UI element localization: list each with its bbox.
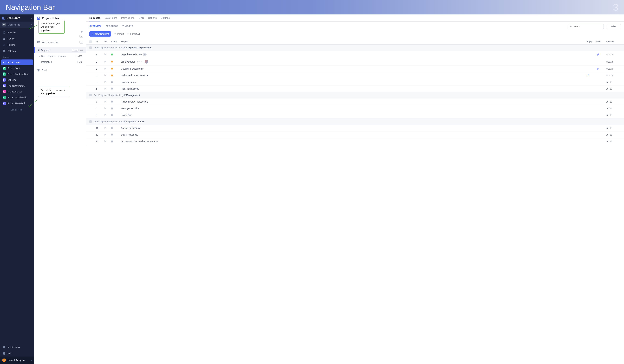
cell-updated: Jul 13	[606, 127, 621, 129]
nav-pipeline[interactable]: Pipeline	[0, 29, 34, 36]
arrow-icon	[28, 99, 37, 108]
all-requests[interactable]: All Requests 5/253 •••	[34, 47, 86, 53]
sidebar-room-item[interactable]: Project WeddingDay	[1, 71, 33, 77]
tree-item-integration[interactable]: ▸ Integration 4/71	[34, 59, 86, 65]
table-row[interactable]: 11 ⚑ Equity Issuances Jul 13	[86, 131, 624, 138]
table-row[interactable]: 7 ⚑ Related Party Transactions Jul 13	[86, 99, 624, 105]
table-row[interactable]: 6 ⚑ Past Transactions Jul 13	[86, 85, 624, 92]
table-row[interactable]: 9 ⚑ Board Bios Jul 13	[86, 112, 624, 118]
subtab-timeline[interactable]: TIMELINE	[123, 25, 133, 28]
status-dot	[111, 81, 113, 83]
filter-label: Need my review	[42, 41, 58, 44]
trash-link[interactable]: Trash	[34, 67, 86, 73]
group-checkbox[interactable]	[89, 94, 92, 96]
sidebar-room-item[interactable]: Project Simil	[1, 65, 33, 71]
sidebar-room-item[interactable]: Project Spruce	[1, 89, 33, 95]
cell-id: 4	[96, 74, 104, 77]
flag-icon[interactable]: ⚑	[104, 60, 111, 63]
group-checkbox[interactable]	[89, 47, 92, 49]
nav-help[interactable]: Help	[0, 350, 34, 357]
tab-okr[interactable]: OKR	[139, 16, 144, 22]
table-row[interactable]: 3 ⚑ Governing Documents Oct 26	[86, 65, 624, 72]
table-group-header[interactable]: Due Diligence Requests \Legal \Corporate…	[86, 45, 624, 51]
table-row[interactable]: 5 ⚑ Board Minutes Jul 13	[86, 79, 624, 85]
cell-id: 10	[96, 127, 104, 129]
add-list-button[interactable]: ⊕	[81, 30, 83, 33]
table-row[interactable]: 10 ⚑ Capitalization Table Jul 13	[86, 125, 624, 131]
table-row[interactable]: 1 ⚑ Organizational Chart JR Oct 20	[86, 51, 624, 58]
cell-reply	[587, 74, 596, 77]
tab-permissions[interactable]: Permissions	[121, 16, 134, 22]
collapse-sidebar-button[interactable]: «	[30, 17, 32, 19]
tab-requests[interactable]: Requests	[89, 16, 101, 22]
info-icon	[2, 352, 5, 355]
filter-button[interactable]: Filter	[607, 24, 621, 29]
subnav-row: OVERVIEWPROGRESSTIMELINE Filter	[86, 22, 624, 31]
select-all-checkbox[interactable]	[89, 40, 92, 43]
flag-icon[interactable]: ⚑	[104, 140, 111, 143]
nav-reports[interactable]: Reports	[0, 42, 34, 48]
table-group-header[interactable]: Due Diligence Requests \Legal \Capital S…	[86, 118, 624, 125]
flag-icon[interactable]: ⚑	[104, 87, 111, 90]
svg-rect-7	[3, 68, 5, 69]
sidebar-room-item[interactable]: Project Jules	[1, 59, 33, 65]
export-button[interactable]: Export All	[127, 33, 140, 35]
import-button[interactable]: Import	[114, 33, 124, 35]
flag-icon[interactable]: ⚑	[104, 53, 111, 56]
more-icon[interactable]: •••	[80, 49, 83, 52]
flag-icon[interactable]: ⚑	[104, 100, 111, 103]
status-dot	[111, 141, 113, 142]
calendar-plus-icon	[92, 33, 94, 35]
cell-id: 6	[96, 87, 104, 90]
nav-notifications[interactable]: Notifications	[0, 344, 34, 350]
tab-reports[interactable]: Reports	[148, 16, 157, 22]
bell-icon	[2, 346, 5, 349]
tree-item-due-diligence[interactable]: ▸ Due Diligence Requests 1/182	[34, 53, 86, 59]
trash-icon	[37, 69, 40, 72]
subtab-progress[interactable]: PROGRESS	[106, 25, 118, 28]
flag-icon[interactable]: ⚑	[104, 114, 111, 117]
table-row[interactable]: 4 ⚑ Authorized Jurisdictions ★ Oct 20	[86, 72, 624, 79]
flag-icon[interactable]: ⚑	[104, 127, 111, 130]
flag-icon[interactable]: ⚑	[104, 67, 111, 70]
paperclip-icon[interactable]	[596, 53, 606, 56]
search-input-wrapper[interactable]	[568, 24, 604, 29]
svg-rect-3	[4, 44, 4, 46]
svg-rect-22	[4, 353, 4, 354]
subtab-overview[interactable]: OVERVIEW	[89, 25, 102, 28]
cell-id: 11	[96, 133, 104, 136]
tab-settings[interactable]: Settings	[161, 16, 170, 22]
svg-line-24	[29, 25, 37, 29]
table-row[interactable]: 2 ⚑ Joint Ventures (Nov 30) Oct 18	[86, 58, 624, 65]
new-request-button[interactable]: New Request	[89, 31, 111, 37]
secondary-panel: Project Jules This is where you will see…	[34, 14, 86, 364]
room-label: Project NextMind	[7, 102, 25, 105]
request-title: Authorized Jurisdictions	[121, 74, 145, 77]
table-group-header[interactable]: Due Diligence Requests \Legal \Managemen…	[86, 92, 624, 99]
sidebar-room-item[interactable]: Sell Side	[1, 77, 33, 83]
caret-right-icon: ▸	[39, 61, 40, 63]
sidebar-room-item[interactable]: Project University	[1, 83, 33, 89]
room-label: Sell Side	[7, 79, 16, 81]
group-checkbox[interactable]	[89, 120, 92, 123]
panel-title: Project Jules	[42, 17, 59, 20]
col-pr: PR	[104, 40, 111, 43]
nav-people[interactable]: People	[0, 36, 34, 42]
paperclip-icon[interactable]	[596, 67, 606, 70]
table-row[interactable]: 12 ⚑ Options and Convertible Instruments…	[86, 138, 624, 145]
flag-icon[interactable]: ⚑	[104, 133, 111, 136]
filter-need-review[interactable]: Need my review 2	[34, 39, 86, 45]
user-menu[interactable]: HD Hannah Delgado ▾	[0, 357, 34, 364]
nav-settings[interactable]: Settings	[0, 48, 34, 54]
flag-icon[interactable]: ⚑	[104, 81, 111, 83]
flag-icon[interactable]: ⚑	[104, 107, 111, 110]
flag-icon[interactable]: ⚑	[104, 74, 111, 77]
table-row[interactable]: 8 ⚑ Management Bios Jul 13	[86, 105, 624, 112]
search-input[interactable]	[574, 25, 601, 28]
status-dot	[111, 61, 113, 63]
table-header: ID PR Status Request Reply Files Updated	[86, 39, 624, 45]
filter-assigned-to-me[interactable]: · 0	[34, 35, 86, 39]
tab-data-room[interactable]: Data Room	[105, 16, 117, 22]
cell-updated: Jul 13	[606, 114, 621, 116]
comment-icon[interactable]	[587, 74, 596, 77]
